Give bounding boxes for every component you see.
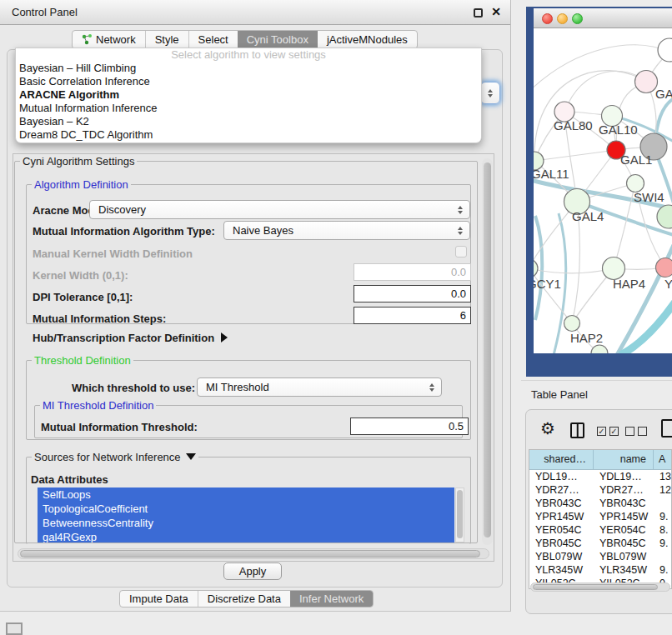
node-hap2[interactable] [564, 316, 580, 332]
node-label: GCY1 [534, 277, 561, 291]
network-canvas[interactable]: GAL GAL80 GAL10 GAL1 GAL11 SWI4 GAL4 GCY… [534, 28, 672, 353]
mi-threshold-legend: MI Threshold Definition [40, 399, 156, 412]
docked-panel-icon[interactable] [6, 622, 23, 635]
column-header-partial[interactable]: A [654, 450, 671, 469]
data-attributes-label: Data Attributes [31, 473, 108, 486]
settings-vertical-scrollbar[interactable] [482, 158, 493, 545]
node-label: GAL11 [534, 167, 569, 181]
dropdown-item[interactable]: ARACNE Algorithm [16, 88, 481, 102]
dropdown-item[interactable]: Bayesian – K2 [16, 115, 481, 128]
node-unlabeled-right[interactable] [657, 205, 672, 228]
list-item[interactable]: SelfLoops [38, 488, 454, 502]
screen: Control Panel ✕ Network Style Select Cyn… [0, 0, 672, 635]
node-unlabeled-bottom[interactable] [591, 345, 608, 353]
columns-icon[interactable] [570, 422, 584, 438]
zoom-traffic-light[interactable] [572, 13, 583, 24]
control-panel: Control Panel ✕ Network Style Select Cyn… [0, 0, 511, 612]
list-item[interactable]: gal4RGexp [38, 530, 454, 542]
kernel-width-label: Kernel Width (0,1): [33, 269, 128, 282]
settings-horizontal-scrollbar[interactable] [18, 548, 489, 559]
node-label: GAL1 [620, 152, 652, 167]
stepper-arrows-icon [458, 227, 464, 235]
apply-button[interactable]: Apply [223, 562, 282, 580]
column-header-shared-name[interactable]: shared… [529, 450, 594, 469]
tab-style[interactable]: Style [145, 31, 188, 48]
node-y[interactable] [656, 258, 672, 278]
dpi-tolerance-input[interactable]: 0.0 [354, 285, 471, 302]
network-graph: GAL GAL80 GAL10 GAL1 GAL11 SWI4 GAL4 GCY… [534, 28, 672, 353]
node-unlabeled-top[interactable] [658, 38, 672, 62]
algorithm-dropdown: Select algorithm to view settings Bayesi… [15, 48, 482, 143]
network-window-titlebar[interactable] [534, 8, 672, 28]
table-row[interactable]: YBL079W YBL079W [529, 550, 671, 563]
dropdown-item[interactable]: Basic Correlation Inference [16, 75, 481, 88]
list-vertical-scrollbar[interactable] [455, 488, 464, 542]
mi-type-label: Mutual Information Algorithm Type: [33, 225, 215, 238]
which-threshold-label: Which threshold to use: [72, 382, 195, 394]
mi-steps-input[interactable]: 6 [354, 307, 471, 324]
table-row[interactable]: YBR043C YBR043C [529, 497, 671, 510]
control-panel-title: Control Panel [12, 0, 78, 25]
manual-kernel-checkbox[interactable] [455, 246, 467, 258]
node-gcy1[interactable] [534, 259, 538, 278]
mi-type-combobox[interactable]: Naive Bayes [223, 221, 470, 240]
kernel-width-input[interactable]: 0.0 [354, 263, 471, 281]
float-window-icon[interactable] [474, 8, 483, 18]
list-item[interactable]: BetweennessCentrality [38, 516, 454, 530]
tab-jactivemnodules[interactable]: jActiveMNodules [318, 31, 417, 48]
threshold-definition-legend: Threshold Definition [32, 354, 133, 367]
tab-network[interactable]: Network [73, 31, 145, 48]
gear-icon[interactable]: ⚙ [540, 420, 555, 437]
table-header: shared… name A [529, 450, 671, 470]
algorithm-dropdown-placeholder: Select algorithm to view settings [16, 48, 481, 62]
aracne-mode-combobox[interactable]: Discovery [89, 200, 470, 219]
minimize-traffic-light[interactable] [557, 13, 568, 24]
mi-steps-label: Mutual Information Steps: [33, 312, 166, 325]
unchecked-checkbox-icon[interactable] [625, 427, 634, 436]
dropdown-item[interactable]: Bayesian – Hill Climbing [16, 62, 481, 75]
dropdown-item[interactable]: Dream8 DC_TDC Algorithm [16, 128, 481, 142]
tab-cyni-toolbox[interactable]: Cyni Toolbox [238, 31, 318, 48]
tab-select[interactable]: Select [188, 31, 238, 48]
mi-threshold-label: Mutual Information Threshold: [41, 421, 198, 433]
sources-legend[interactable]: Sources for Network Inference [32, 451, 198, 463]
table-row[interactable]: YBR045C YBR045C 9. [529, 537, 671, 550]
table-row[interactable]: YDL19… YDL19… 13 [529, 470, 671, 483]
table-row[interactable]: YER054C YER054C 8. [529, 523, 671, 537]
node-label: GAL10 [599, 122, 638, 137]
algorithm-combobox-stepper[interactable] [480, 82, 500, 104]
table-horizontal-scrollbar[interactable] [530, 582, 670, 592]
checked-checkbox-icon[interactable]: ✓ [609, 427, 619, 436]
node-label: GAL [655, 87, 672, 101]
collapse-arrow-icon [221, 332, 228, 342]
node-label: HAP4 [613, 277, 645, 291]
node-label: SWI4 [634, 190, 664, 204]
table-row[interactable]: YLR345W YLR345W 9. [529, 563, 671, 577]
data-attributes-list: SelfLoops TopologicalCoefficient Between… [38, 488, 454, 542]
table-panel-title: Table Panel [531, 388, 588, 401]
tab-infer-network[interactable]: Infer Network [290, 591, 373, 607]
manual-kernel-label: Manual Kernel Width Definition [33, 248, 193, 260]
checked-checkbox-icon[interactable]: ✓ [597, 427, 606, 436]
cyni-settings-legend: Cyni Algorithm Settings [20, 155, 137, 168]
algorithm-definition-legend: Algorithm Definition [32, 178, 131, 191]
unchecked-checkbox-icon[interactable] [638, 427, 647, 436]
table-row[interactable]: YPR145W YPR145W 9. [529, 510, 671, 523]
table-row[interactable]: YDR27… YDR27… 12 [529, 483, 671, 497]
tab-discretize-data[interactable]: Discretize Data [198, 591, 290, 607]
panel-divider [521, 380, 672, 381]
document-icon[interactable] [661, 419, 672, 438]
which-threshold-combobox[interactable]: MI Threshold [197, 378, 442, 397]
tab-impute-data[interactable]: Impute Data [120, 591, 198, 607]
dropdown-item[interactable]: Mutual Information Inference [16, 102, 481, 115]
close-icon[interactable]: ✕ [491, 5, 501, 18]
tab-network-label: Network [96, 30, 136, 49]
hub-definition-toggle[interactable]: Hub/Transcription Factor Definition [33, 332, 228, 344]
mi-threshold-input[interactable]: 0.5 [350, 418, 469, 435]
node-gal-top[interactable] [635, 71, 658, 93]
network-icon [82, 34, 93, 45]
list-item[interactable]: TopologicalCoefficient [38, 502, 454, 516]
stepper-arrows-icon [458, 206, 464, 214]
close-traffic-light[interactable] [542, 13, 553, 24]
column-header-name[interactable]: name [594, 450, 654, 469]
